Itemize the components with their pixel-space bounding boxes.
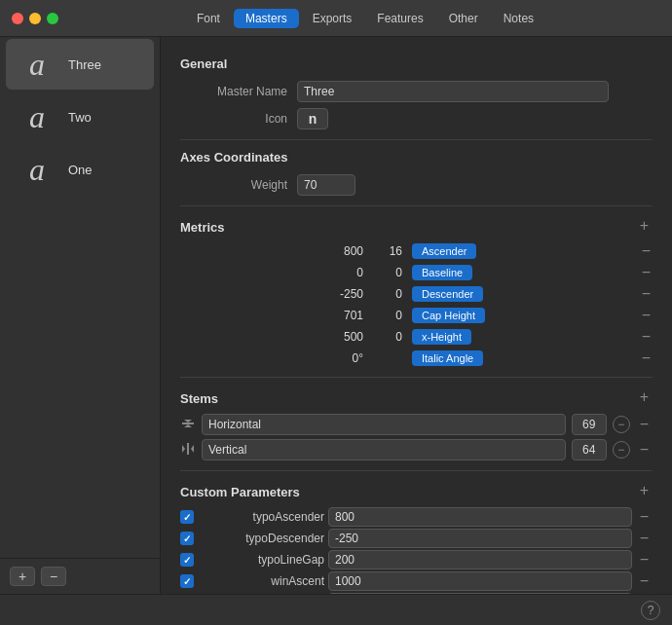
stem-minus-horizontal[interactable]: −	[636, 416, 653, 433]
title-bar: FontMastersExportsFeaturesOtherNotes	[0, 0, 672, 37]
stems-section-header: Stems	[180, 391, 218, 406]
metric-minus-4[interactable]: −	[640, 328, 653, 346]
svg-rect-3	[187, 443, 189, 455]
metric-v2-3: 0	[373, 309, 408, 322]
metric-row-1: 0 0 Baseline −	[180, 264, 653, 281]
stem-row-horizontal: − −	[180, 414, 653, 435]
traffic-lights	[12, 13, 58, 24]
metric-tag-4[interactable]: x-Height	[412, 329, 471, 345]
sidebar-item-one[interactable]: aOne	[6, 144, 154, 195]
sidebar-item-three[interactable]: aThree	[6, 39, 154, 90]
metric-minus-0[interactable]: −	[640, 242, 653, 260]
param-minus-1[interactable]: −	[636, 530, 653, 547]
param-minus-3[interactable]: −	[636, 572, 653, 590]
checkmark-3: ✓	[183, 576, 191, 587]
param-value-input-1[interactable]	[328, 529, 632, 548]
minimize-button[interactable]	[29, 13, 41, 24]
metric-minus-2[interactable]: −	[640, 285, 653, 303]
metric-row-4: 500 0 x-Height −	[180, 328, 653, 346]
fullscreen-button[interactable]	[47, 13, 58, 24]
param-row-1: ✓ typoDescender −	[180, 529, 653, 548]
metric-v1-2: -250	[320, 287, 369, 301]
tab-masters[interactable]: Masters	[234, 9, 299, 28]
custom-params-add-button[interactable]: +	[636, 482, 653, 498]
stem-remove-vertical[interactable]: −	[613, 441, 630, 459]
param-value-input-0[interactable]	[328, 507, 632, 527]
metric-row-2: -250 0 Descender −	[180, 285, 653, 303]
stems-rows: − − − −	[180, 414, 653, 460]
sidebar-glyph-three: a	[18, 45, 56, 84]
weight-input[interactable]	[297, 174, 355, 196]
sidebar-label-two: Two	[68, 110, 92, 125]
metric-row-0: 800 16 Ascender −	[180, 242, 653, 260]
stem-label-vertical[interactable]	[202, 439, 566, 460]
metric-tag-2[interactable]: Descender	[412, 286, 483, 302]
checkmark-1: ✓	[183, 533, 191, 544]
metric-v1-1: 0	[320, 266, 369, 279]
metric-tag-5[interactable]: Italic Angle	[412, 350, 483, 366]
metric-minus-1[interactable]: −	[640, 264, 653, 281]
custom-params-section-header: Custom Parameters	[180, 485, 300, 499]
param-name-1: typoDescender	[198, 532, 324, 545]
tab-font[interactable]: Font	[185, 9, 232, 28]
metric-minus-3[interactable]: −	[640, 307, 653, 324]
stem-value-vertical[interactable]	[572, 439, 607, 460]
param-name-0: typoAscender	[198, 510, 324, 524]
icon-label: Icon	[180, 112, 287, 126]
metrics-add-button[interactable]: +	[636, 217, 653, 235]
tab-exports[interactable]: Exports	[301, 9, 364, 28]
metrics-section-header: Metrics	[180, 220, 225, 235]
bottom-bar: ?	[0, 594, 672, 625]
param-minus-0[interactable]: −	[636, 508, 653, 526]
param-minus-2[interactable]: −	[636, 551, 653, 569]
metric-v1-0: 800	[320, 244, 369, 258]
sidebar-label-one: One	[68, 163, 93, 177]
help-button[interactable]: ?	[641, 601, 660, 620]
tab-features[interactable]: Features	[365, 9, 434, 28]
param-row-3: ✓ winAscent −	[180, 571, 653, 591]
param-checkbox-0[interactable]: ✓	[180, 510, 194, 524]
svg-marker-1	[184, 420, 192, 423]
master-name-label: Master Name	[180, 85, 287, 98]
param-checkbox-2[interactable]: ✓	[180, 553, 194, 567]
sidebar-glyph-two: a	[18, 97, 56, 136]
custom-params-rows: ✓ typoAscender − ✓ typoDescender − ✓ typ…	[180, 507, 653, 594]
stem-value-horizontal[interactable]	[572, 414, 607, 435]
param-row-2: ✓ typoLineGap −	[180, 550, 653, 570]
svg-marker-2	[184, 424, 192, 427]
stem-label-horizontal[interactable]	[202, 414, 566, 435]
param-value-input-3[interactable]	[328, 571, 632, 591]
metric-tag-1[interactable]: Baseline	[412, 265, 472, 280]
stem-minus-vertical[interactable]: −	[636, 441, 653, 459]
svg-marker-5	[191, 445, 194, 453]
param-value-input-2[interactable]	[328, 550, 632, 570]
param-checkbox-1[interactable]: ✓	[180, 532, 194, 545]
general-section-header: General	[180, 56, 653, 71]
metric-tag-0[interactable]: Ascender	[412, 243, 476, 259]
metric-v1-5: 0°	[320, 351, 369, 365]
close-button[interactable]	[12, 13, 23, 24]
tab-notes[interactable]: Notes	[492, 9, 545, 28]
metric-minus-5[interactable]: −	[640, 349, 653, 367]
param-name-2: typoLineGap	[198, 553, 324, 567]
stems-add-button[interactable]: +	[636, 388, 653, 405]
metric-tag-3[interactable]: Cap Height	[412, 308, 485, 323]
sidebar-item-two[interactable]: aTwo	[6, 92, 154, 142]
sidebar-remove-button[interactable]: −	[41, 567, 66, 586]
metric-v1-3: 701	[320, 309, 369, 322]
content-area: General Master Name Icon n Axes Coordina…	[161, 37, 672, 594]
param-checkbox-3[interactable]: ✓	[180, 574, 194, 588]
metric-row-5: 0° Italic Angle −	[180, 349, 653, 367]
master-name-row: Master Name	[180, 81, 653, 102]
metric-v2-2: 0	[373, 287, 408, 301]
sidebar-add-button[interactable]: +	[10, 567, 35, 586]
svg-rect-0	[182, 423, 194, 424]
param-name-3: winAscent	[198, 574, 324, 588]
icon-row: Icon n	[180, 108, 653, 129]
stem-remove-horizontal[interactable]: −	[613, 416, 630, 433]
checkmark-0: ✓	[183, 512, 191, 523]
sidebar: aThreeaTwoaOne + −	[0, 37, 161, 594]
master-name-input[interactable]	[297, 81, 609, 102]
tab-other[interactable]: Other	[437, 9, 490, 28]
sidebar-label-three: Three	[68, 57, 101, 72]
